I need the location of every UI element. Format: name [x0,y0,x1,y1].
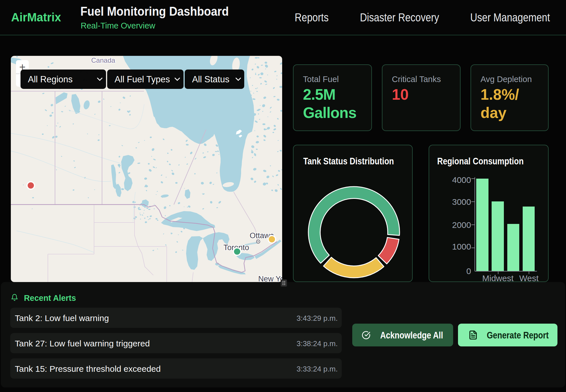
svg-text:0: 0 [466,266,471,276]
svg-text:1000: 1000 [452,242,471,251]
svg-text:West: West [519,273,539,282]
svg-text:2000: 2000 [452,220,471,230]
svg-text:4000: 4000 [452,175,471,185]
svg-text:New York: New York [258,275,282,282]
svg-text:3000: 3000 [452,197,471,207]
svg-text:Midwest: Midwest [482,273,514,282]
svg-text:Canada: Canada [91,56,115,64]
